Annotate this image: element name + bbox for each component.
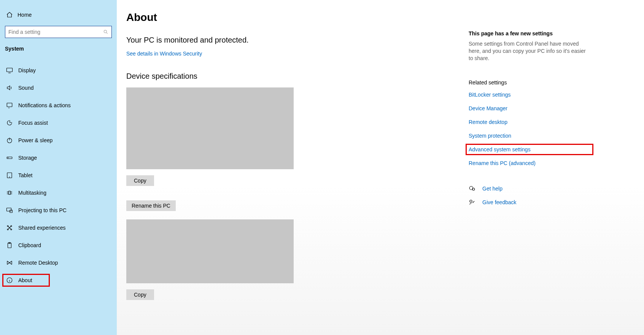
sound-icon [6, 84, 13, 91]
projecting-icon [6, 207, 13, 214]
sidebar-item-label: Power & sleep [18, 137, 52, 143]
sidebar-item-label: Storage [18, 155, 37, 161]
link-advanced-system-settings[interactable]: Advanced system settings [469, 146, 590, 152]
search-input[interactable] [8, 29, 103, 35]
link-rename-pc-advanced[interactable]: Rename this PC (advanced) [469, 160, 590, 166]
security-details-link[interactable]: See details in Windows Security [126, 51, 202, 57]
focus-assist-icon [6, 119, 13, 126]
get-help-link[interactable]: Get help [482, 186, 502, 192]
sidebar-item-notifications[interactable]: Notifications & actions [0, 97, 117, 114]
give-feedback-row[interactable]: Give feedback [469, 199, 590, 206]
sidebar-item-label: Focus assist [18, 120, 48, 126]
device-spec-block [126, 87, 294, 169]
main-area: About Your PC is monitored and protected… [117, 0, 644, 335]
sidebar-item-label: About [18, 277, 32, 283]
svg-point-5 [8, 158, 8, 158]
sidebar-item-projecting[interactable]: Projecting to this PC [0, 202, 117, 219]
svg-point-0 [104, 30, 107, 33]
page-title: About [126, 11, 461, 24]
link-bitlocker[interactable]: BitLocker settings [469, 92, 590, 98]
feedback-icon [469, 199, 475, 206]
sidebar-item-focus[interactable]: Focus assist [0, 114, 117, 132]
multitasking-icon [6, 189, 13, 196]
sidebar-item-label: Remote Desktop [18, 260, 58, 266]
sidebar-item-label: Notifications & actions [18, 102, 71, 108]
sidebar-home-label: Home [17, 12, 32, 18]
content-column: About Your PC is monitored and protected… [126, 11, 461, 335]
svg-point-7 [10, 177, 10, 177]
svg-rect-8 [9, 191, 11, 195]
copy-button-2[interactable]: Copy [126, 289, 154, 300]
copy-button[interactable]: Copy [126, 175, 154, 186]
sidebar-item-label: Multitasking [18, 190, 46, 196]
sidebar-section-label: System [0, 46, 117, 55]
sidebar-item-about[interactable]: About [0, 271, 117, 289]
sidebar-home[interactable]: Home [0, 11, 117, 26]
sidebar-item-remote[interactable]: Remote Desktop [0, 254, 117, 271]
remote-desktop-icon [6, 259, 13, 266]
sidebar-item-clipboard[interactable]: Clipboard [0, 237, 117, 254]
rename-pc-button[interactable]: Rename this PC [126, 200, 176, 211]
clipboard-icon [6, 242, 13, 249]
svg-rect-1 [7, 68, 13, 72]
sidebar-item-shared[interactable]: Shared experiences [0, 219, 117, 237]
sidebar-item-multitasking[interactable]: Multitasking [0, 184, 117, 202]
related-settings-links: BitLocker settings Device Manager Remote… [469, 92, 590, 166]
sidebar-item-label: Clipboard [18, 242, 41, 248]
sidebar-item-sound[interactable]: Sound [0, 79, 117, 97]
notifications-icon [6, 102, 13, 109]
sidebar: Home System Display Sound Notifications … [0, 0, 117, 335]
sidebar-item-label: Sound [18, 85, 33, 91]
sidebar-item-tablet[interactable]: Tablet [0, 167, 117, 184]
new-settings-text: Some settings from Control Panel have mo… [469, 40, 590, 62]
new-settings-heading: This page has a few new settings [469, 30, 590, 37]
storage-icon [6, 154, 13, 161]
search-box[interactable] [5, 26, 112, 38]
sidebar-item-storage[interactable]: Storage [0, 149, 117, 167]
sidebar-item-label: Display [18, 67, 36, 73]
tablet-icon [6, 172, 13, 179]
sidebar-item-label: Tablet [18, 172, 32, 178]
sidebar-item-display[interactable]: Display [0, 62, 117, 79]
link-remote-desktop[interactable]: Remote desktop [469, 119, 590, 125]
windows-spec-block [126, 219, 294, 283]
svg-rect-9 [7, 208, 11, 211]
related-settings-heading: Related settings [469, 79, 590, 86]
about-icon [6, 277, 13, 284]
search-icon [103, 29, 108, 35]
give-feedback-link[interactable]: Give feedback [482, 199, 517, 205]
help-icon [469, 185, 475, 192]
power-icon [6, 137, 13, 144]
right-panel: This page has a few new settings Some se… [461, 11, 606, 335]
get-help-row[interactable]: Get help [469, 185, 590, 192]
shared-icon [6, 224, 13, 231]
sidebar-item-label: Shared experiences [18, 225, 66, 231]
home-icon [6, 11, 13, 18]
display-icon [6, 67, 13, 74]
sidebar-item-power[interactable]: Power & sleep [0, 132, 117, 149]
pc-protection-status: Your PC is monitored and protected. [126, 36, 461, 44]
svg-point-20 [470, 200, 472, 202]
svg-rect-2 [7, 103, 12, 107]
sidebar-item-label: Projecting to this PC [18, 207, 67, 213]
device-spec-heading: Device specifications [126, 72, 461, 81]
link-device-manager[interactable]: Device Manager [469, 105, 590, 111]
link-system-protection[interactable]: System protection [469, 133, 590, 139]
